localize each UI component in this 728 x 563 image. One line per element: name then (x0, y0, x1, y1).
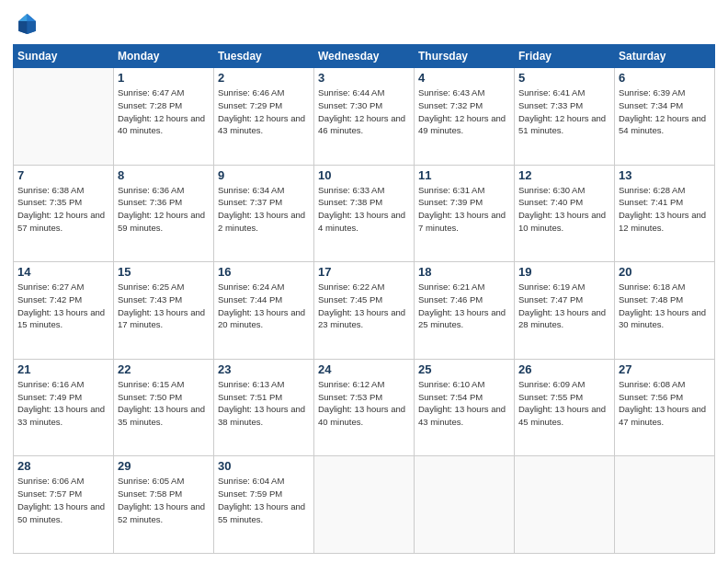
week-row-2: 7Sunrise: 6:38 AMSunset: 7:35 PMDaylight… (14, 165, 715, 262)
day-cell: 1Sunrise: 6:47 AMSunset: 7:28 PMDaylight… (114, 68, 214, 166)
day-detail: Sunrise: 6:25 AMSunset: 7:43 PMDaylight:… (118, 281, 210, 331)
day-cell: 23Sunrise: 6:13 AMSunset: 7:51 PMDayligh… (214, 359, 314, 456)
day-detail: Sunrise: 6:16 AMSunset: 7:49 PMDaylight:… (17, 378, 109, 429)
day-cell: 27Sunrise: 6:08 AMSunset: 7:56 PMDayligh… (615, 359, 715, 456)
day-detail: Sunrise: 6:44 AMSunset: 7:30 PMDaylight:… (318, 86, 410, 137)
day-number: 15 (118, 265, 210, 279)
day-number: 26 (518, 362, 610, 376)
day-detail: Sunrise: 6:22 AMSunset: 7:45 PMDaylight:… (318, 281, 410, 331)
day-number: 21 (17, 362, 109, 376)
day-cell: 26Sunrise: 6:09 AMSunset: 7:55 PMDayligh… (515, 359, 615, 456)
day-number: 27 (619, 362, 711, 376)
day-cell: 24Sunrise: 6:12 AMSunset: 7:53 PMDayligh… (314, 359, 415, 456)
calendar-table: SundayMondayTuesdayWednesdayThursdayFrid… (13, 44, 715, 554)
day-cell: 18Sunrise: 6:21 AMSunset: 7:46 PMDayligh… (415, 262, 515, 360)
day-number: 1 (118, 71, 210, 85)
day-number: 16 (218, 265, 310, 279)
day-number: 20 (619, 265, 711, 279)
day-cell: 30Sunrise: 6:04 AMSunset: 7:59 PMDayligh… (214, 456, 314, 554)
day-number: 11 (418, 168, 510, 182)
header (13, 11, 715, 37)
day-number: 19 (518, 265, 610, 279)
day-detail: Sunrise: 6:43 AMSunset: 7:32 PMDaylight:… (418, 86, 510, 137)
day-number: 10 (318, 168, 410, 182)
day-number: 18 (418, 265, 510, 279)
day-number: 3 (318, 71, 410, 85)
day-cell: 4Sunrise: 6:43 AMSunset: 7:32 PMDaylight… (415, 68, 515, 166)
weekday-monday: Monday (114, 45, 214, 68)
weekday-wednesday: Wednesday (314, 45, 415, 68)
day-detail: Sunrise: 6:08 AMSunset: 7:56 PMDaylight:… (619, 378, 711, 429)
day-cell: 13Sunrise: 6:28 AMSunset: 7:41 PMDayligh… (615, 165, 715, 262)
day-cell: 21Sunrise: 6:16 AMSunset: 7:49 PMDayligh… (14, 359, 114, 456)
logo-icon (13, 11, 39, 37)
day-detail: Sunrise: 6:19 AMSunset: 7:47 PMDaylight:… (518, 281, 610, 331)
day-number: 6 (619, 71, 711, 85)
page: SundayMondayTuesdayWednesdayThursdayFrid… (0, 0, 728, 563)
day-number: 5 (518, 71, 610, 85)
day-number: 4 (418, 71, 510, 85)
day-detail: Sunrise: 6:31 AMSunset: 7:39 PMDaylight:… (418, 184, 510, 235)
day-cell: 6Sunrise: 6:39 AMSunset: 7:34 PMDaylight… (615, 68, 715, 166)
day-detail: Sunrise: 6:15 AMSunset: 7:50 PMDaylight:… (118, 378, 210, 429)
weekday-sunday: Sunday (14, 45, 114, 68)
day-cell (615, 456, 715, 554)
day-detail: Sunrise: 6:46 AMSunset: 7:29 PMDaylight:… (218, 86, 310, 137)
day-cell (314, 456, 415, 554)
day-number: 13 (619, 168, 711, 182)
day-detail: Sunrise: 6:39 AMSunset: 7:34 PMDaylight:… (619, 86, 711, 137)
day-cell: 22Sunrise: 6:15 AMSunset: 7:50 PMDayligh… (114, 359, 214, 456)
day-cell: 3Sunrise: 6:44 AMSunset: 7:30 PMDaylight… (314, 68, 415, 166)
day-number: 30 (218, 459, 310, 473)
week-row-1: 1Sunrise: 6:47 AMSunset: 7:28 PMDaylight… (14, 68, 715, 166)
day-detail: Sunrise: 6:36 AMSunset: 7:36 PMDaylight:… (118, 184, 210, 235)
day-cell (515, 456, 615, 554)
day-cell: 5Sunrise: 6:41 AMSunset: 7:33 PMDaylight… (515, 68, 615, 166)
day-detail: Sunrise: 6:04 AMSunset: 7:59 PMDaylight:… (218, 475, 310, 525)
day-cell (415, 456, 515, 554)
logo (13, 11, 42, 37)
day-number: 12 (518, 168, 610, 182)
day-detail: Sunrise: 6:38 AMSunset: 7:35 PMDaylight:… (17, 184, 109, 235)
day-detail: Sunrise: 6:05 AMSunset: 7:58 PMDaylight:… (118, 475, 210, 525)
day-detail: Sunrise: 6:13 AMSunset: 7:51 PMDaylight:… (218, 378, 310, 429)
week-row-3: 14Sunrise: 6:27 AMSunset: 7:42 PMDayligh… (14, 262, 715, 360)
day-number: 2 (218, 71, 310, 85)
day-cell: 28Sunrise: 6:06 AMSunset: 7:57 PMDayligh… (14, 456, 114, 554)
weekday-saturday: Saturday (615, 45, 715, 68)
day-detail: Sunrise: 6:47 AMSunset: 7:28 PMDaylight:… (118, 86, 210, 137)
day-number: 17 (318, 265, 410, 279)
day-number: 14 (17, 265, 109, 279)
day-detail: Sunrise: 6:09 AMSunset: 7:55 PMDaylight:… (518, 378, 610, 429)
day-cell: 7Sunrise: 6:38 AMSunset: 7:35 PMDaylight… (14, 165, 114, 262)
day-cell: 10Sunrise: 6:33 AMSunset: 7:38 PMDayligh… (314, 165, 415, 262)
day-cell: 16Sunrise: 6:24 AMSunset: 7:44 PMDayligh… (214, 262, 314, 360)
day-detail: Sunrise: 6:34 AMSunset: 7:37 PMDaylight:… (218, 184, 310, 235)
day-detail: Sunrise: 6:28 AMSunset: 7:41 PMDaylight:… (619, 184, 711, 235)
day-cell (14, 68, 114, 166)
day-detail: Sunrise: 6:24 AMSunset: 7:44 PMDaylight:… (218, 281, 310, 331)
day-number: 22 (118, 362, 210, 376)
day-cell: 19Sunrise: 6:19 AMSunset: 7:47 PMDayligh… (515, 262, 615, 360)
day-cell: 29Sunrise: 6:05 AMSunset: 7:58 PMDayligh… (114, 456, 214, 554)
day-cell: 15Sunrise: 6:25 AMSunset: 7:43 PMDayligh… (114, 262, 214, 360)
day-cell: 2Sunrise: 6:46 AMSunset: 7:29 PMDaylight… (214, 68, 314, 166)
day-number: 7 (17, 168, 109, 182)
weekday-friday: Friday (515, 45, 615, 68)
day-detail: Sunrise: 6:27 AMSunset: 7:42 PMDaylight:… (17, 281, 109, 331)
day-number: 9 (218, 168, 310, 182)
day-detail: Sunrise: 6:30 AMSunset: 7:40 PMDaylight:… (518, 184, 610, 235)
day-number: 8 (118, 168, 210, 182)
day-detail: Sunrise: 6:41 AMSunset: 7:33 PMDaylight:… (518, 86, 610, 137)
day-cell: 14Sunrise: 6:27 AMSunset: 7:42 PMDayligh… (14, 262, 114, 360)
day-detail: Sunrise: 6:12 AMSunset: 7:53 PMDaylight:… (318, 378, 410, 429)
day-cell: 20Sunrise: 6:18 AMSunset: 7:48 PMDayligh… (615, 262, 715, 360)
day-cell: 8Sunrise: 6:36 AMSunset: 7:36 PMDaylight… (114, 165, 214, 262)
day-detail: Sunrise: 6:18 AMSunset: 7:48 PMDaylight:… (619, 281, 711, 331)
day-number: 29 (118, 459, 210, 473)
day-cell: 12Sunrise: 6:30 AMSunset: 7:40 PMDayligh… (515, 165, 615, 262)
day-detail: Sunrise: 6:06 AMSunset: 7:57 PMDaylight:… (17, 475, 109, 525)
day-cell: 9Sunrise: 6:34 AMSunset: 7:37 PMDaylight… (214, 165, 314, 262)
weekday-thursday: Thursday (415, 45, 515, 68)
day-cell: 25Sunrise: 6:10 AMSunset: 7:54 PMDayligh… (415, 359, 515, 456)
